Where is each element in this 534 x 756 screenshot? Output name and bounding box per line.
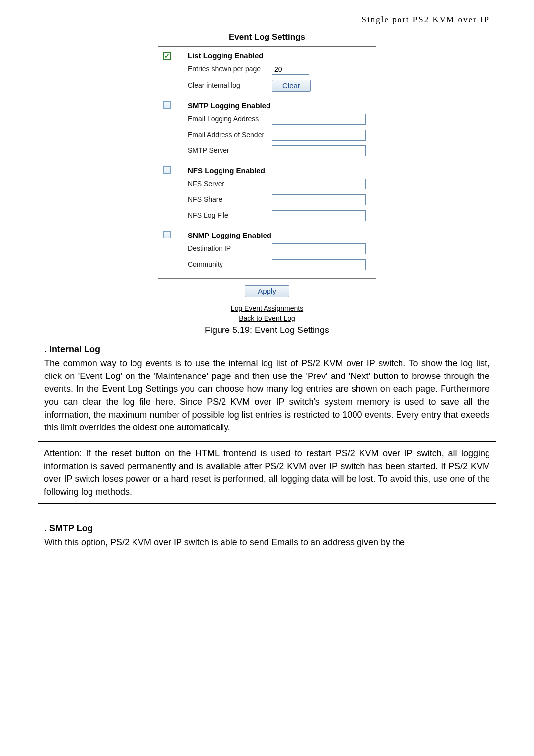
list-logging-label: List Logging Enabled bbox=[188, 51, 376, 60]
log-event-assignments-link[interactable]: Log Event Assignments bbox=[158, 304, 376, 312]
clear-button[interactable]: Clear bbox=[272, 80, 311, 92]
nfs-share-label: NFS Share bbox=[188, 195, 272, 204]
snmp-logging-label: SNMP Logging Enabled bbox=[188, 231, 376, 239]
figure-caption: Figure 5.19: Event Log Settings bbox=[44, 325, 490, 335]
email-sender-input[interactable] bbox=[272, 130, 366, 141]
page-header: Single port PS2 KVM over IP bbox=[44, 15, 490, 25]
smtp-log-heading: . SMTP Log bbox=[44, 523, 490, 534]
nfs-logging-section: NFS Logging Enabled NFS Server NFS Share… bbox=[158, 161, 376, 226]
smtp-logging-section: SMTP Logging Enabled Email Logging Addre… bbox=[158, 96, 376, 161]
destination-ip-input[interactable] bbox=[272, 243, 366, 254]
smtp-logging-checkbox[interactable] bbox=[163, 101, 171, 109]
nfs-share-input[interactable] bbox=[272, 194, 366, 205]
snmp-logging-section: SNMP Logging Enabled Destination IP Comm… bbox=[158, 226, 376, 275]
nfs-server-label: NFS Server bbox=[188, 180, 272, 189]
smtp-log-text: With this option, PS/2 KVM over IP switc… bbox=[44, 536, 490, 549]
smtp-logging-label: SMTP Logging Enabled bbox=[188, 101, 376, 110]
snmp-logging-checkbox[interactable] bbox=[163, 231, 171, 238]
nfs-logfile-label: NFS Log File bbox=[188, 211, 272, 220]
attention-box: Attention: If the reset button on the HT… bbox=[38, 441, 496, 504]
entries-per-page-label: Entries shown per page bbox=[188, 65, 272, 74]
internal-log-heading: . Internal Log bbox=[44, 344, 490, 355]
email-logging-address-input[interactable] bbox=[272, 114, 366, 125]
clear-internal-log-label: Clear internal log bbox=[188, 81, 272, 90]
nfs-logging-checkbox[interactable] bbox=[163, 166, 171, 174]
list-logging-section: List Logging Enabled Entries shown per p… bbox=[158, 47, 376, 96]
nfs-logfile-input[interactable] bbox=[272, 210, 366, 221]
smtp-server-label: SMTP Server bbox=[188, 146, 272, 155]
destination-ip-label: Destination IP bbox=[188, 244, 272, 253]
internal-log-text: The common way to log events is to use t… bbox=[44, 357, 490, 434]
back-to-event-log-link[interactable]: Back to Event Log bbox=[158, 314, 376, 322]
nfs-logging-label: NFS Logging Enabled bbox=[188, 166, 376, 175]
entries-per-page-input[interactable] bbox=[272, 64, 309, 75]
event-log-settings-panel: Event Log Settings List Logging Enabled … bbox=[158, 29, 376, 322]
list-logging-checkbox[interactable] bbox=[163, 52, 171, 60]
community-label: Community bbox=[188, 260, 272, 269]
community-input[interactable] bbox=[272, 259, 366, 270]
panel-title: Event Log Settings bbox=[158, 29, 376, 47]
nfs-server-input[interactable] bbox=[272, 179, 366, 189]
smtp-server-input[interactable] bbox=[272, 145, 366, 156]
panel-footer: Apply Log Event Assignments Back to Even… bbox=[158, 278, 376, 322]
apply-button[interactable]: Apply bbox=[245, 285, 289, 297]
email-sender-label: Email Address of Sender bbox=[188, 131, 272, 140]
email-logging-address-label: Email Logging Address bbox=[188, 115, 272, 124]
